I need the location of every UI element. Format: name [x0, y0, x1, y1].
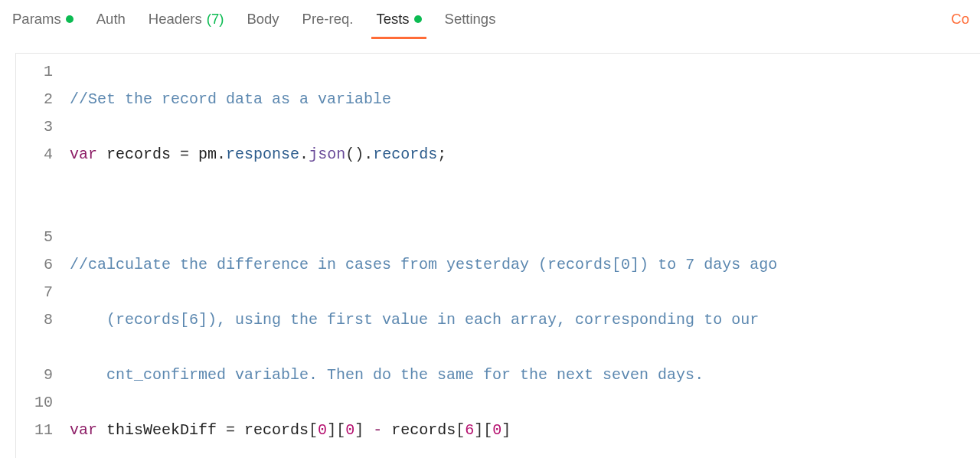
cookies-link-label: Co: [951, 11, 969, 27]
tab-settings[interactable]: Settings: [443, 6, 498, 38]
token-prop: response: [226, 146, 299, 163]
token-punc: =: [171, 146, 198, 163]
token-func: json: [309, 146, 345, 163]
tab-prereq[interactable]: Pre-req.: [301, 6, 355, 38]
code-line: var thisWeekDiff = records[0][0] - recor…: [70, 417, 795, 444]
code-line: (records[6]), using the first value in e…: [70, 306, 795, 334]
line-number: 6: [16, 251, 59, 279]
tab-tests[interactable]: Tests: [374, 6, 423, 38]
tab-label: Tests: [376, 11, 409, 28]
tab-label: Settings: [445, 11, 496, 28]
token-punc: =: [217, 421, 244, 439]
token-ident: thisWeekDiff: [106, 421, 217, 439]
token-num: 6: [465, 421, 474, 439]
headers-count: (7): [207, 11, 224, 28]
token-punc: [: [309, 421, 318, 439]
status-dot-icon: [66, 15, 74, 23]
line-number: 8: [16, 306, 59, 334]
line-number: 10: [16, 389, 59, 417]
token-comment: //calculate the difference in cases from…: [70, 256, 786, 273]
cookies-link[interactable]: Co: [951, 6, 969, 38]
code-content[interactable]: //Set the record data as a variable var …: [67, 54, 799, 458]
tab-label: Body: [247, 11, 279, 28]
line-number: 7: [16, 279, 59, 306]
tab-label: Auth: [96, 11, 126, 28]
token-punc: [: [456, 421, 465, 439]
line-number: [16, 196, 59, 224]
line-number: [16, 168, 59, 196]
tab-body[interactable]: Body: [245, 6, 280, 38]
token-prop: records: [373, 146, 437, 163]
tab-auth[interactable]: Auth: [95, 6, 127, 38]
token-num: 0: [492, 421, 501, 439]
code-line: //calculate the difference in cases from…: [70, 251, 795, 279]
tab-label: Headers: [149, 11, 202, 28]
code-line: cnt_confirmed variable. Then do the same…: [70, 361, 795, 389]
tab-params[interactable]: Params: [11, 6, 75, 38]
token-punc: .: [217, 146, 226, 163]
token-ident: records: [106, 146, 171, 163]
token-comment: (records[6]), using the first value in e…: [106, 311, 768, 329]
token-ident: pm: [198, 146, 217, 163]
line-number: [16, 334, 59, 361]
token-comment: cnt_confirmed variable. Then do the same…: [106, 366, 704, 384]
line-number-gutter: 1 2 3 4 5 6 7 8 9 10 11: [16, 54, 67, 458]
token-punc: ]: [501, 421, 511, 439]
token-ident: records: [244, 421, 309, 439]
token-punc: ]: [354, 421, 364, 439]
token-ident: records: [391, 421, 456, 439]
status-dot-icon: [414, 15, 422, 23]
token-punc: (): [345, 146, 364, 163]
line-number: 3: [16, 113, 59, 141]
active-tab-underline: [371, 37, 426, 40]
token-punc: ]: [327, 421, 336, 439]
code-line: //Set the record data as a variable: [70, 86, 795, 113]
code-line: [70, 196, 795, 224]
token-keyword: var: [70, 421, 97, 439]
line-number: 2: [16, 86, 59, 113]
request-tabs: Params Auth Headers (7) Body Pre-req. Te…: [0, 0, 980, 39]
token-op: -: [364, 421, 391, 439]
line-number: 4: [16, 141, 59, 168]
token-punc: .: [299, 146, 309, 163]
line-number: 11: [16, 417, 59, 444]
token-num: 0: [318, 421, 327, 439]
tab-label: Params: [12, 11, 61, 28]
token-keyword: var: [70, 146, 97, 163]
tab-headers[interactable]: Headers (7): [147, 6, 226, 38]
tab-label: Pre-req.: [302, 11, 354, 28]
token-num: 0: [345, 421, 354, 439]
token-punc: .: [364, 146, 373, 163]
token-punc: ;: [437, 146, 446, 163]
token-punc: [: [483, 421, 492, 439]
line-number: 5: [16, 224, 59, 251]
line-number: 9: [16, 361, 59, 389]
token-punc: [: [336, 421, 345, 439]
code-editor[interactable]: 1 2 3 4 5 6 7 8 9 10 11 //Set the record…: [15, 53, 980, 458]
token-punc: ]: [474, 421, 483, 439]
token-comment: //Set the record data as a variable: [70, 90, 391, 108]
code-line: var records = pm.response.json().records…: [70, 141, 795, 168]
line-number: 1: [16, 58, 59, 86]
